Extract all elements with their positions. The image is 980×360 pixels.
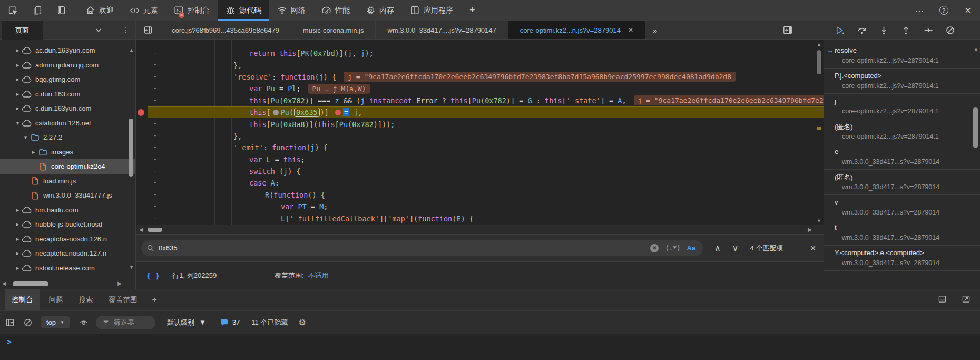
log-level-selector[interactable]: 默认级别 ▼ [167,318,206,327]
scrollbar-thumb[interactable] [13,281,48,286]
sidebar-scroll-down-icon[interactable]: ▼ [129,265,134,270]
call-stack-frame[interactable]: vwm.3.0.0_33d417...s?v=2879014 [824,195,980,220]
line-number[interactable]: - [153,178,157,187]
tab-pages[interactable]: 页面 [2,21,43,40]
match-case-toggle[interactable]: Aa [687,244,695,252]
expander-down-icon[interactable]: ▾ [14,120,22,127]
tree-item-core-optimi.kz2o4[interactable]: core-optimi.kz2o4 [0,159,135,174]
step-button[interactable] [923,25,933,35]
line-gutter[interactable]: - [136,201,179,212]
expander-right-icon[interactable]: ▸ [14,250,22,257]
deactivate-breakpoints-button[interactable] [945,25,955,35]
line-number[interactable]: - [153,108,157,116]
tree-item-bqq.gtimg.com[interactable]: ▸bqq.gtimg.com [0,72,135,87]
call-stack-frame[interactable]: jcore-optimi.kz2...js?v=2879014:1 [824,94,980,119]
tree-item-images[interactable]: ▸images [0,145,135,160]
editor-tab[interactable]: core.js?68fb969...435ca69e8e6479 [160,21,291,39]
close-tab-icon[interactable]: ✕ [628,26,633,34]
line-gutter[interactable]: - [136,83,179,94]
help-icon[interactable]: ? [932,0,956,21]
call-stack-frame[interactable]: (匿名)wm.3.0.0_33d417...s?v=2879014 [824,170,980,195]
sidebar-more-icon[interactable]: ⋮ [122,25,129,34]
line-gutter[interactable]: - [136,154,179,166]
sidebar-horizontal-scrollbar[interactable]: ◀ ▶ [0,280,135,288]
pretty-print-button[interactable]: { } [146,271,160,280]
drawer-dock-icon[interactable] [938,295,947,304]
line-number[interactable]: - [153,96,157,104]
line-number[interactable]: - [153,60,157,69]
tree-item-admin.qidian.qq.com[interactable]: ▸admin.qidian.qq.com [0,58,135,73]
step-over-button[interactable] [857,25,867,35]
tree-item-necaptcha.nosdn.127.n[interactable]: ▸necaptcha.nosdn.127.n [0,246,135,261]
panel-tab-源代码[interactable]: 源代码 [218,0,269,21]
tab-overflow-button[interactable]: » [645,21,664,39]
dock-panel-icon[interactable] [56,5,66,16]
drawer-tab-控制台[interactable]: 控制台 [5,289,40,310]
panel-tab-性能[interactable]: 性能 [313,0,358,21]
expander-right-icon[interactable]: ▸ [14,265,22,271]
expander-right-icon[interactable]: ▸ [14,207,22,213]
line-gutter[interactable]: - [136,106,179,118]
step-into-button[interactable] [879,25,889,35]
expander-right-icon[interactable]: ▸ [14,62,22,69]
tree-item-nstool.netease.com[interactable]: ▸nstool.netease.com [0,261,135,276]
line-number[interactable]: - [153,202,157,210]
tree-item-c.dun.163yun.com[interactable]: ▸c.dun.163yun.com [0,101,135,116]
line-gutter[interactable]: - [136,142,179,153]
line-gutter[interactable]: - [136,130,179,142]
show-debugger-panel-icon[interactable] [782,25,793,35]
tree-item-wm.3.0.0_33d41777.js[interactable]: wm.3.0.0_33d41777.js [0,188,135,203]
step-out-button[interactable] [901,25,911,35]
scrollbar-thumb[interactable] [148,228,162,232]
editor-horizontal-scrollbar[interactable]: ◀ ▶ [136,225,824,234]
call-stack-frame[interactable]: ewm.3.0.0_33d417...s?v=2879014 [824,144,980,170]
scroll-down-icon[interactable]: ▼ [817,218,821,223]
line-number[interactable]: - [153,190,157,199]
line-number[interactable]: - [153,48,157,57]
panel-tab-应用程序[interactable]: 应用程序 [402,0,461,21]
callstack-scrollbar-thumb[interactable] [973,107,978,148]
hide-navigator-icon[interactable] [136,21,160,39]
clear-search-icon[interactable]: ✕ [650,244,659,252]
scroll-right-icon[interactable]: ▶ [808,227,812,232]
call-stack-frame[interactable]: →resolvecore-optimi.kz2...js?v=2879014:1 [824,43,980,69]
line-gutter[interactable]: - [136,189,179,201]
line-number[interactable]: - [153,131,157,140]
more-panels-button[interactable]: + [461,0,484,21]
message-count[interactable]: 37 [220,318,240,327]
tree-item-hubble-js-bucket.nosd[interactable]: ▸hubble-js-bucket.nosd [0,217,135,232]
scroll-left-icon[interactable]: ◀ [139,227,143,232]
expander-right-icon[interactable]: ▸ [14,91,22,98]
console-settings-icon[interactable]: ⚙ [298,317,306,327]
call-stack-frame[interactable]: Y.<computed>.e.<computed>wm.3.0.0_33d417… [824,246,980,271]
live-expression-icon[interactable] [79,318,89,327]
clear-console-icon[interactable] [23,318,33,327]
previous-match-icon[interactable]: ∧ [714,243,721,253]
drawer-tab-问题[interactable]: 问题 [43,289,70,310]
panel-tab-欢迎[interactable]: 欢迎 [77,0,122,21]
scrollbar-thumb[interactable] [817,50,821,74]
call-stack-frame[interactable]: P.j.<computed>core-optimi.kz2...js?v=287… [824,69,980,94]
expander-down-icon[interactable]: ▾ [22,134,30,141]
device-emulation-icon[interactable] [32,5,42,16]
close-icon[interactable]: ✕ [956,0,980,21]
drawer-tab-搜索[interactable]: 搜索 [73,289,100,310]
console-prompt-area[interactable]: > [0,334,980,360]
next-match-icon[interactable]: ∨ [732,243,739,253]
close-search-icon[interactable]: ✕ [810,244,816,252]
inline-breakpoint-active-icon[interactable] [335,110,341,115]
chevron-down-icon[interactable] [94,25,103,35]
line-number[interactable]: - [153,167,157,175]
resume-button[interactable] [835,25,845,35]
tree-item-2.27.2[interactable]: ▾2.27.2 [0,130,135,145]
line-number[interactable]: - [153,84,157,92]
breakpoint-icon[interactable] [138,109,144,116]
drawer-tab-覆盖范围[interactable]: 覆盖范围 [103,289,144,310]
line-gutter[interactable]: - [136,166,179,177]
call-stack-frame[interactable]: twm.3.0.0_33d417...s?v=2879014 [824,220,980,246]
tree-item-load.min.js[interactable]: load.min.js [0,174,135,189]
inspect-icon[interactable] [7,5,18,16]
drawer-expand-icon[interactable] [962,295,971,304]
more-options-icon[interactable]: ··· [907,0,932,21]
editor-tab[interactable]: music-corona.min.js [291,21,376,39]
